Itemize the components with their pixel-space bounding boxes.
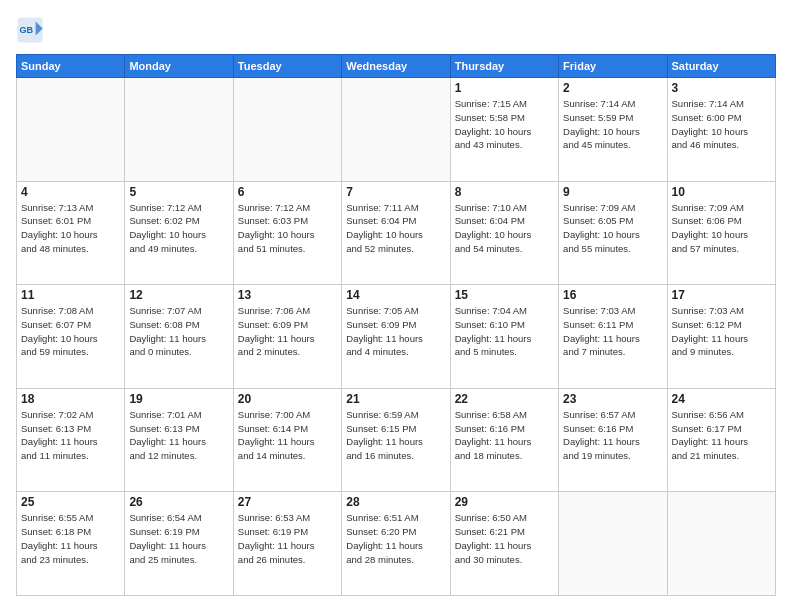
day-number: 9 <box>563 185 662 199</box>
calendar-cell: 16Sunrise: 7:03 AM Sunset: 6:11 PM Dayli… <box>559 285 667 389</box>
calendar-cell: 19Sunrise: 7:01 AM Sunset: 6:13 PM Dayli… <box>125 388 233 492</box>
calendar-cell: 13Sunrise: 7:06 AM Sunset: 6:09 PM Dayli… <box>233 285 341 389</box>
calendar-cell <box>559 492 667 596</box>
weekday-thursday: Thursday <box>450 55 558 78</box>
weekday-friday: Friday <box>559 55 667 78</box>
calendar-cell: 4Sunrise: 7:13 AM Sunset: 6:01 PM Daylig… <box>17 181 125 285</box>
calendar-cell <box>342 78 450 182</box>
day-number: 21 <box>346 392 445 406</box>
calendar-cell: 26Sunrise: 6:54 AM Sunset: 6:19 PM Dayli… <box>125 492 233 596</box>
weekday-wednesday: Wednesday <box>342 55 450 78</box>
day-detail: Sunrise: 6:59 AM Sunset: 6:15 PM Dayligh… <box>346 408 445 463</box>
calendar-cell: 24Sunrise: 6:56 AM Sunset: 6:17 PM Dayli… <box>667 388 775 492</box>
day-detail: Sunrise: 6:51 AM Sunset: 6:20 PM Dayligh… <box>346 511 445 566</box>
calendar-cell: 12Sunrise: 7:07 AM Sunset: 6:08 PM Dayli… <box>125 285 233 389</box>
day-detail: Sunrise: 7:07 AM Sunset: 6:08 PM Dayligh… <box>129 304 228 359</box>
calendar-week-1: 4Sunrise: 7:13 AM Sunset: 6:01 PM Daylig… <box>17 181 776 285</box>
calendar-cell <box>125 78 233 182</box>
day-detail: Sunrise: 7:06 AM Sunset: 6:09 PM Dayligh… <box>238 304 337 359</box>
calendar-week-4: 25Sunrise: 6:55 AM Sunset: 6:18 PM Dayli… <box>17 492 776 596</box>
calendar-cell: 18Sunrise: 7:02 AM Sunset: 6:13 PM Dayli… <box>17 388 125 492</box>
day-detail: Sunrise: 6:58 AM Sunset: 6:16 PM Dayligh… <box>455 408 554 463</box>
day-number: 10 <box>672 185 771 199</box>
calendar-cell: 23Sunrise: 6:57 AM Sunset: 6:16 PM Dayli… <box>559 388 667 492</box>
calendar-cell: 17Sunrise: 7:03 AM Sunset: 6:12 PM Dayli… <box>667 285 775 389</box>
calendar-table: SundayMondayTuesdayWednesdayThursdayFrid… <box>16 54 776 596</box>
day-detail: Sunrise: 7:15 AM Sunset: 5:58 PM Dayligh… <box>455 97 554 152</box>
calendar-cell: 6Sunrise: 7:12 AM Sunset: 6:03 PM Daylig… <box>233 181 341 285</box>
day-detail: Sunrise: 7:03 AM Sunset: 6:12 PM Dayligh… <box>672 304 771 359</box>
weekday-monday: Monday <box>125 55 233 78</box>
calendar-cell: 15Sunrise: 7:04 AM Sunset: 6:10 PM Dayli… <box>450 285 558 389</box>
svg-text:GB: GB <box>20 25 34 35</box>
day-detail: Sunrise: 7:02 AM Sunset: 6:13 PM Dayligh… <box>21 408 120 463</box>
day-detail: Sunrise: 6:57 AM Sunset: 6:16 PM Dayligh… <box>563 408 662 463</box>
day-detail: Sunrise: 6:50 AM Sunset: 6:21 PM Dayligh… <box>455 511 554 566</box>
day-number: 22 <box>455 392 554 406</box>
day-number: 8 <box>455 185 554 199</box>
day-number: 26 <box>129 495 228 509</box>
day-number: 25 <box>21 495 120 509</box>
day-detail: Sunrise: 7:03 AM Sunset: 6:11 PM Dayligh… <box>563 304 662 359</box>
calendar-week-3: 18Sunrise: 7:02 AM Sunset: 6:13 PM Dayli… <box>17 388 776 492</box>
page: GB SundayMondayTuesdayWednesdayThursdayF… <box>0 0 792 612</box>
calendar-cell: 29Sunrise: 6:50 AM Sunset: 6:21 PM Dayli… <box>450 492 558 596</box>
calendar-cell <box>667 492 775 596</box>
day-detail: Sunrise: 6:55 AM Sunset: 6:18 PM Dayligh… <box>21 511 120 566</box>
day-detail: Sunrise: 7:10 AM Sunset: 6:04 PM Dayligh… <box>455 201 554 256</box>
day-detail: Sunrise: 7:08 AM Sunset: 6:07 PM Dayligh… <box>21 304 120 359</box>
day-number: 7 <box>346 185 445 199</box>
calendar-cell: 8Sunrise: 7:10 AM Sunset: 6:04 PM Daylig… <box>450 181 558 285</box>
day-detail: Sunrise: 7:14 AM Sunset: 5:59 PM Dayligh… <box>563 97 662 152</box>
calendar-cell: 10Sunrise: 7:09 AM Sunset: 6:06 PM Dayli… <box>667 181 775 285</box>
calendar-cell: 28Sunrise: 6:51 AM Sunset: 6:20 PM Dayli… <box>342 492 450 596</box>
day-detail: Sunrise: 7:11 AM Sunset: 6:04 PM Dayligh… <box>346 201 445 256</box>
logo: GB <box>16 16 48 44</box>
calendar-cell: 21Sunrise: 6:59 AM Sunset: 6:15 PM Dayli… <box>342 388 450 492</box>
weekday-header-row: SundayMondayTuesdayWednesdayThursdayFrid… <box>17 55 776 78</box>
calendar-cell: 7Sunrise: 7:11 AM Sunset: 6:04 PM Daylig… <box>342 181 450 285</box>
day-number: 15 <box>455 288 554 302</box>
day-number: 16 <box>563 288 662 302</box>
day-number: 28 <box>346 495 445 509</box>
day-detail: Sunrise: 7:00 AM Sunset: 6:14 PM Dayligh… <box>238 408 337 463</box>
day-number: 11 <box>21 288 120 302</box>
day-detail: Sunrise: 7:09 AM Sunset: 6:06 PM Dayligh… <box>672 201 771 256</box>
day-detail: Sunrise: 6:54 AM Sunset: 6:19 PM Dayligh… <box>129 511 228 566</box>
day-number: 2 <box>563 81 662 95</box>
calendar-week-0: 1Sunrise: 7:15 AM Sunset: 5:58 PM Daylig… <box>17 78 776 182</box>
calendar-cell <box>17 78 125 182</box>
day-detail: Sunrise: 7:13 AM Sunset: 6:01 PM Dayligh… <box>21 201 120 256</box>
day-number: 12 <box>129 288 228 302</box>
day-detail: Sunrise: 7:14 AM Sunset: 6:00 PM Dayligh… <box>672 97 771 152</box>
day-number: 23 <box>563 392 662 406</box>
day-detail: Sunrise: 6:56 AM Sunset: 6:17 PM Dayligh… <box>672 408 771 463</box>
calendar-cell: 9Sunrise: 7:09 AM Sunset: 6:05 PM Daylig… <box>559 181 667 285</box>
day-detail: Sunrise: 7:04 AM Sunset: 6:10 PM Dayligh… <box>455 304 554 359</box>
day-detail: Sunrise: 7:09 AM Sunset: 6:05 PM Dayligh… <box>563 201 662 256</box>
day-number: 3 <box>672 81 771 95</box>
calendar-cell: 22Sunrise: 6:58 AM Sunset: 6:16 PM Dayli… <box>450 388 558 492</box>
calendar-cell: 3Sunrise: 7:14 AM Sunset: 6:00 PM Daylig… <box>667 78 775 182</box>
logo-icon: GB <box>16 16 44 44</box>
day-number: 24 <box>672 392 771 406</box>
weekday-sunday: Sunday <box>17 55 125 78</box>
calendar-cell: 5Sunrise: 7:12 AM Sunset: 6:02 PM Daylig… <box>125 181 233 285</box>
calendar-cell: 11Sunrise: 7:08 AM Sunset: 6:07 PM Dayli… <box>17 285 125 389</box>
day-number: 17 <box>672 288 771 302</box>
calendar-cell: 2Sunrise: 7:14 AM Sunset: 5:59 PM Daylig… <box>559 78 667 182</box>
calendar-cell: 25Sunrise: 6:55 AM Sunset: 6:18 PM Dayli… <box>17 492 125 596</box>
day-number: 13 <box>238 288 337 302</box>
day-number: 5 <box>129 185 228 199</box>
calendar-cell: 14Sunrise: 7:05 AM Sunset: 6:09 PM Dayli… <box>342 285 450 389</box>
day-number: 1 <box>455 81 554 95</box>
day-detail: Sunrise: 7:12 AM Sunset: 6:03 PM Dayligh… <box>238 201 337 256</box>
day-number: 4 <box>21 185 120 199</box>
day-number: 14 <box>346 288 445 302</box>
day-number: 29 <box>455 495 554 509</box>
day-number: 27 <box>238 495 337 509</box>
calendar-cell: 1Sunrise: 7:15 AM Sunset: 5:58 PM Daylig… <box>450 78 558 182</box>
day-number: 6 <box>238 185 337 199</box>
header: GB <box>16 16 776 44</box>
day-detail: Sunrise: 7:01 AM Sunset: 6:13 PM Dayligh… <box>129 408 228 463</box>
